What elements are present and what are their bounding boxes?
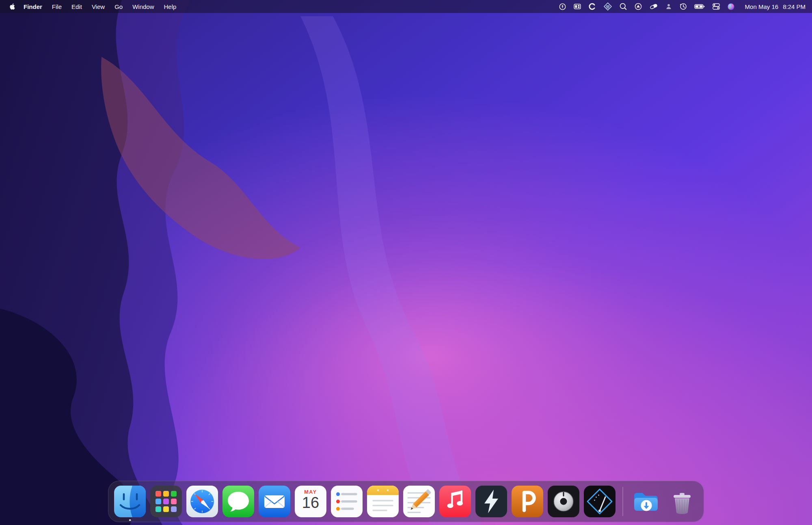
status-spotlight[interactable]: [619, 2, 627, 11]
clock-date: Mon May 16: [745, 3, 779, 10]
status-letter-c-app[interactable]: [588, 2, 596, 11]
soundsource-icon: [548, 486, 579, 517]
menu-finder[interactable]: Finder: [19, 3, 47, 10]
dock: MAY 16: [108, 481, 704, 522]
person-icon: [665, 3, 672, 11]
status-siri[interactable]: [727, 2, 735, 11]
piezo-icon: [512, 486, 543, 517]
dock-item-piezo[interactable]: [512, 486, 543, 517]
menu-help[interactable]: Help: [159, 3, 181, 10]
eject-circle-icon: [634, 2, 642, 11]
dock-separator: [622, 487, 623, 516]
window-tiles-icon: [573, 2, 581, 11]
finder-icon: [114, 486, 146, 517]
battery-charging-icon: [694, 2, 705, 11]
menubar-clock[interactable]: Mon May 16 8:24 PM: [745, 3, 806, 10]
audio-hijack-icon: [584, 486, 615, 517]
status-audio-hijack[interactable]: [603, 2, 612, 11]
dock-item-music[interactable]: [439, 486, 471, 517]
status-window-manager[interactable]: [573, 2, 581, 11]
menu-go[interactable]: Go: [110, 3, 127, 10]
menu-edit[interactable]: Edit: [67, 3, 87, 10]
notes-icon: [367, 486, 399, 517]
status-battery[interactable]: [694, 2, 705, 11]
dock-item-messages[interactable]: [222, 486, 254, 517]
siri-icon: [727, 3, 735, 11]
safari-icon: [186, 486, 218, 517]
status-record-app[interactable]: [634, 2, 642, 11]
status-icon-area: Mon May 16 8:24 PM: [559, 2, 806, 11]
dock-item-audio-hijack[interactable]: [584, 486, 615, 517]
dock-item-mail[interactable]: [259, 486, 290, 517]
keyhole-circle-icon: [559, 3, 566, 11]
dock-item-fission[interactable]: [475, 486, 507, 517]
letter-c-icon: [588, 2, 596, 11]
apple-menu[interactable]: [6, 3, 18, 10]
mail-icon: [259, 486, 290, 517]
clock-time: 8:24 PM: [783, 3, 806, 10]
dock-item-finder[interactable]: [114, 486, 146, 517]
status-control-center[interactable]: [712, 2, 720, 11]
apple-logo-icon: [9, 3, 15, 10]
calendar-day: 16: [302, 495, 319, 511]
fission-icon: [475, 486, 507, 517]
spotlight-search-icon: [619, 2, 627, 11]
dock-item-launchpad[interactable]: [150, 486, 182, 517]
dock-item-trash[interactable]: [666, 486, 698, 517]
menu-bar: Finder File Edit View Go Window Help: [0, 0, 812, 13]
menu-window[interactable]: Window: [127, 3, 159, 10]
launchpad-icon: [150, 486, 182, 517]
calendar-icon: MAY 16: [295, 486, 326, 517]
running-indicator: [129, 519, 131, 521]
desktop-wallpaper: [0, 0, 812, 525]
status-person-app[interactable]: [665, 2, 672, 11]
reminders-icon: [331, 486, 363, 517]
dock-item-soundsource[interactable]: [548, 486, 579, 517]
trash-icon: [666, 486, 698, 517]
menu-view[interactable]: View: [87, 3, 110, 10]
dock-item-reminders[interactable]: [331, 486, 363, 517]
music-icon: [439, 486, 471, 517]
dock-item-notes[interactable]: [367, 486, 399, 517]
time-machine-icon: [679, 2, 687, 11]
messages-icon: [222, 486, 254, 517]
status-time-machine[interactable]: [679, 2, 687, 11]
status-amphetamine[interactable]: [649, 2, 658, 11]
dock-item-safari[interactable]: [186, 486, 218, 517]
audio-hijack-diamond-icon: [603, 2, 612, 11]
dock-item-calendar[interactable]: MAY 16: [295, 486, 326, 517]
pill-icon: [649, 2, 658, 11]
control-center-icon: [712, 2, 720, 11]
menu-file[interactable]: File: [47, 3, 67, 10]
textedit-icon: [403, 486, 435, 517]
downloads-folder-icon: [630, 486, 662, 517]
status-onepassword[interactable]: [559, 2, 566, 11]
dock-item-textedit[interactable]: [403, 486, 435, 517]
dock-item-downloads[interactable]: [630, 486, 662, 517]
